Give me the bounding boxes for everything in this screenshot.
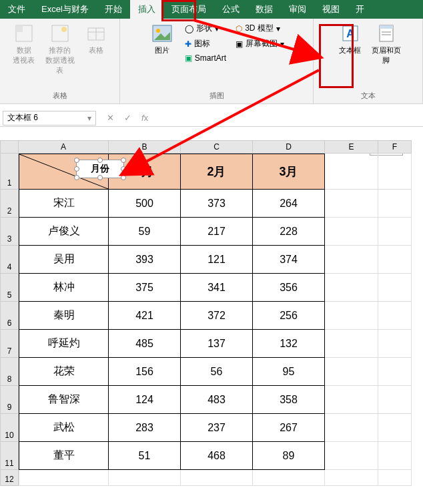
cell-e11[interactable] xyxy=(325,442,378,470)
row-header-9[interactable]: 9 xyxy=(0,386,19,414)
cell-d1[interactable]: 3月 xyxy=(253,154,325,190)
row-header-8[interactable]: 8 xyxy=(0,358,19,386)
cell-c4[interactable]: 121 xyxy=(181,246,253,274)
textbox-object[interactable]: 月份 xyxy=(76,160,124,178)
table-button[interactable]: 表格 xyxy=(80,21,112,57)
cell-d9[interactable]: 358 xyxy=(253,386,325,414)
cell-c11[interactable]: 468 xyxy=(181,442,253,470)
cell-b5[interactable]: 375 xyxy=(109,274,181,302)
tab-page-layout[interactable]: 页面布局 xyxy=(163,0,214,19)
cell-c9[interactable]: 483 xyxy=(181,386,253,414)
cell-d2[interactable]: 264 xyxy=(253,190,325,218)
cell-a5[interactable]: 林冲 xyxy=(19,274,109,302)
recommended-pivot-button[interactable]: 推荐的 数据透视表 xyxy=(44,21,76,77)
cell-f5[interactable] xyxy=(378,274,412,302)
cell-a12[interactable] xyxy=(19,470,109,486)
cell-f6[interactable] xyxy=(378,302,412,330)
cell-e9[interactable] xyxy=(325,386,378,414)
cell-e5[interactable] xyxy=(325,274,378,302)
cell-d6[interactable]: 256 xyxy=(253,302,325,330)
cell-c1[interactable]: 2月 xyxy=(181,154,253,190)
col-header-f[interactable]: F xyxy=(378,140,412,154)
tab-insert[interactable]: 插入 xyxy=(130,0,163,19)
cell-f8[interactable] xyxy=(378,358,412,386)
row-header-7[interactable]: 7 xyxy=(0,330,19,358)
cell-b11[interactable]: 51 xyxy=(109,442,181,470)
enter-button[interactable]: ✓ xyxy=(121,113,133,123)
cell-b8[interactable]: 156 xyxy=(109,358,181,386)
cell-b12[interactable] xyxy=(109,470,181,486)
tab-data[interactable]: 数据 xyxy=(248,0,281,19)
header-footer-button[interactable]: 页眉和页脚 xyxy=(370,21,402,67)
cell-d12[interactable] xyxy=(253,470,325,486)
cell-c6[interactable]: 372 xyxy=(181,302,253,330)
row-header-2[interactable]: 2 xyxy=(0,190,19,218)
cell-d3[interactable]: 228 xyxy=(253,218,325,246)
pivot-table-button[interactable]: 数据 透视表 xyxy=(8,21,40,67)
cell-a3[interactable]: 卢俊义 xyxy=(19,218,109,246)
tab-review[interactable]: 审阅 xyxy=(281,0,314,19)
cell-d7[interactable]: 132 xyxy=(253,330,325,358)
cell-c12[interactable] xyxy=(181,470,253,486)
row-header-10[interactable]: 10 xyxy=(0,414,19,442)
cell-d4[interactable]: 374 xyxy=(253,246,325,274)
cell-e3[interactable] xyxy=(325,218,378,246)
cell-d8[interactable]: 95 xyxy=(253,358,325,386)
col-header-b[interactable]: B xyxy=(109,140,181,154)
cell-e4[interactable] xyxy=(325,246,378,274)
fx-button[interactable]: fx xyxy=(139,113,151,123)
3d-model-button[interactable]: ⬡3D 模型▾ xyxy=(233,21,287,35)
row-header-5[interactable]: 5 xyxy=(0,274,19,302)
cell-b2[interactable]: 500 xyxy=(109,190,181,218)
col-header-e[interactable]: E xyxy=(325,140,378,154)
cell-e2[interactable] xyxy=(325,190,378,218)
col-header-d[interactable]: D xyxy=(253,140,325,154)
cell-f11[interactable] xyxy=(378,442,412,470)
cell-e7[interactable] xyxy=(325,330,378,358)
cell-e6[interactable] xyxy=(325,302,378,330)
col-header-c[interactable]: C xyxy=(181,140,253,154)
cell-f1[interactable] xyxy=(378,154,412,190)
cell-e12[interactable] xyxy=(325,470,378,486)
cell-a8[interactable]: 花荣 xyxy=(19,358,109,386)
row-header-11[interactable]: 11 xyxy=(0,442,19,470)
tab-excel-finance[interactable]: Excel与财务 xyxy=(33,0,97,19)
cancel-button[interactable]: ✕ xyxy=(104,113,116,123)
col-header-a[interactable]: A xyxy=(19,140,109,154)
cell-b9[interactable]: 124 xyxy=(109,386,181,414)
tab-dev[interactable]: 开 xyxy=(348,0,372,19)
row-header-6[interactable]: 6 xyxy=(0,302,19,330)
pictures-button[interactable]: 图片 xyxy=(146,21,178,57)
cell-c3[interactable]: 217 xyxy=(181,218,253,246)
cell-c2[interactable]: 373 xyxy=(181,190,253,218)
cell-a11[interactable]: 董平 xyxy=(19,442,109,470)
cell-f9[interactable] xyxy=(378,386,412,414)
cell-f2[interactable] xyxy=(378,190,412,218)
cell-a4[interactable]: 吴用 xyxy=(19,246,109,274)
name-box[interactable]: 文本框 6▾ xyxy=(3,111,96,125)
cell-b7[interactable]: 485 xyxy=(109,330,181,358)
tab-file[interactable]: 文件 xyxy=(0,0,33,19)
cell-b6[interactable]: 421 xyxy=(109,302,181,330)
cell-f3[interactable] xyxy=(378,218,412,246)
icons-button[interactable]: ✚图标 xyxy=(182,37,229,51)
tab-formulas[interactable]: 公式 xyxy=(214,0,248,19)
cell-a7[interactable]: 呼延灼 xyxy=(19,330,109,358)
select-all-corner[interactable] xyxy=(0,140,19,154)
tab-home[interactable]: 开始 xyxy=(97,0,130,19)
cell-f7[interactable] xyxy=(378,330,412,358)
row-header-1[interactable]: 1 xyxy=(0,154,19,190)
worksheet-grid[interactable]: A B C D E F 1 月份 1月 2月 3月 2 宋江 500 373 2… xyxy=(0,140,423,486)
cell-f12[interactable] xyxy=(378,470,412,486)
cell-c10[interactable]: 237 xyxy=(181,414,253,442)
cell-a10[interactable]: 武松 xyxy=(19,414,109,442)
shapes-button[interactable]: ◯形状▾ xyxy=(182,21,229,35)
screenshot-button[interactable]: ▣屏幕截图▾ xyxy=(233,37,287,51)
row-header-4[interactable]: 4 xyxy=(0,246,19,274)
cell-e1[interactable] xyxy=(325,154,378,190)
cell-b4[interactable]: 393 xyxy=(109,246,181,274)
cell-d11[interactable]: 89 xyxy=(253,442,325,470)
smartart-button[interactable]: ▣SmartArt xyxy=(182,52,229,64)
cell-d5[interactable]: 356 xyxy=(253,274,325,302)
tab-view[interactable]: 视图 xyxy=(314,0,348,19)
